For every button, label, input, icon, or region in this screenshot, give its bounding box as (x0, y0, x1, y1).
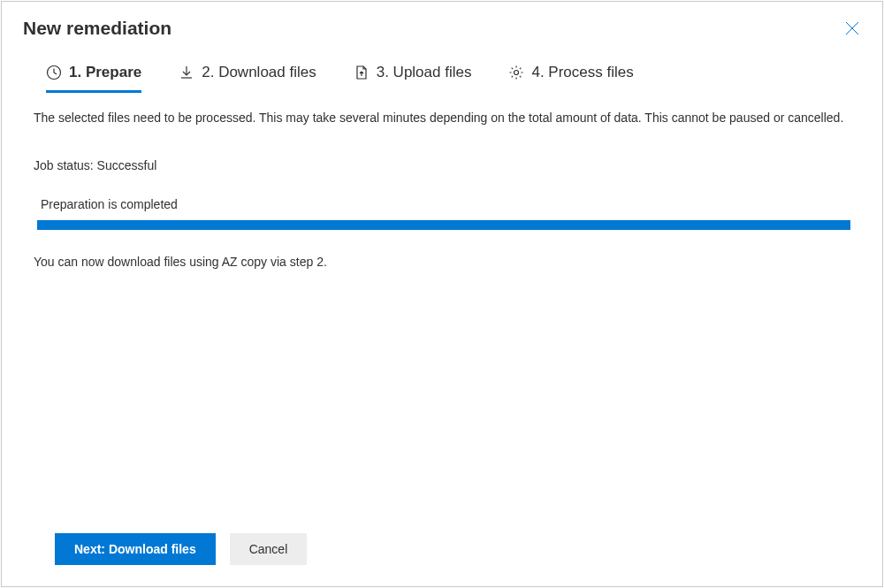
description-text: The selected files need to be processed.… (34, 109, 847, 126)
svg-point-3 (514, 71, 519, 75)
progress-bar (37, 220, 850, 230)
tab-prepare[interactable]: 1. Prepare (46, 64, 141, 93)
tab-process-files[interactable]: 4. Process files (508, 64, 633, 93)
dialog-header: New remediation (2, 2, 882, 48)
next-button[interactable]: Next: Download files (55, 533, 216, 565)
close-icon (845, 21, 859, 35)
gear-icon (508, 65, 524, 80)
wizard-tabs: 1. Prepare 2. Download files 3. Upload (2, 48, 882, 93)
tab-download-files[interactable]: 2. Download files (179, 64, 316, 93)
clock-icon (46, 65, 62, 80)
tab-label: 4. Process files (531, 64, 633, 81)
progress-section: Preparation is completed (34, 197, 850, 230)
progress-label: Preparation is completed (34, 197, 850, 211)
file-upload-icon (354, 65, 370, 80)
cancel-button[interactable]: Cancel (230, 533, 308, 565)
download-icon (179, 65, 194, 80)
dialog-title: New remediation (23, 18, 171, 39)
job-status-value: Successful (97, 158, 157, 172)
tab-label: 2. Download files (202, 64, 316, 81)
job-status-label: Job status: (34, 158, 94, 172)
content-area: The selected files need to be processed.… (2, 93, 882, 533)
remediation-dialog: New remediation 1. Prepare (1, 1, 883, 587)
close-button[interactable] (843, 19, 861, 37)
next-step-hint: You can now download files using AZ copy… (34, 255, 850, 269)
job-status: Job status: Successful (34, 158, 850, 172)
tab-label: 1. Prepare (69, 64, 141, 81)
tab-label: 3. Upload files (377, 64, 472, 81)
tab-upload-files[interactable]: 3. Upload files (354, 64, 472, 93)
dialog-footer: Next: Download files Cancel (2, 533, 882, 586)
